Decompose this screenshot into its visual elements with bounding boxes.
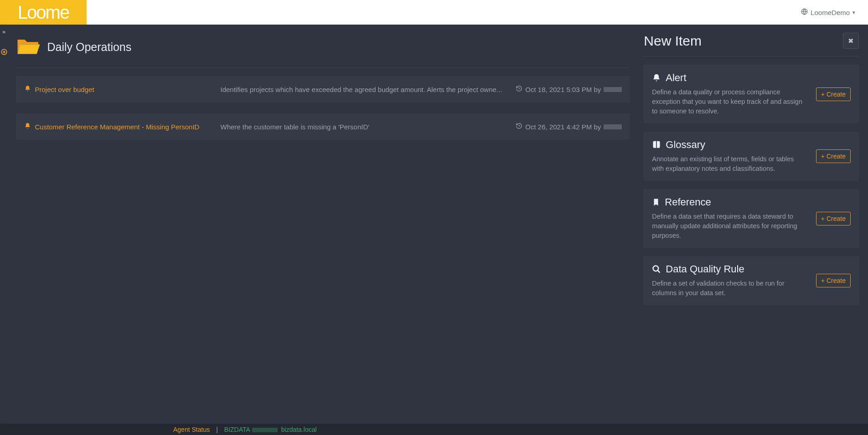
user-label: LoomeDemo <box>811 9 850 16</box>
create-alert-button[interactable]: +Create <box>816 87 851 101</box>
create-reference-button[interactable]: +Create <box>816 212 851 225</box>
panel-heading: New Item <box>644 33 702 49</box>
bell-icon <box>24 123 31 131</box>
list-item[interactable]: Customer Reference Management - Missing … <box>16 113 630 140</box>
main-content: Daily Operations Project over budget Ide… <box>8 25 635 435</box>
search-icon <box>652 265 661 274</box>
page-title: Daily Operations <box>47 41 131 54</box>
expand-icon[interactable]: » <box>2 28 5 35</box>
side-rail: » <box>0 25 8 435</box>
bookmark-icon <box>652 198 660 207</box>
plus-icon: + <box>821 153 825 160</box>
card-reference: Reference Define a data set that require… <box>644 189 859 248</box>
history-icon <box>516 123 522 131</box>
card-data-quality-rule: Data Quality Rule Define a set of valida… <box>644 256 859 305</box>
item-description: Where the customer table is missing a 'P… <box>220 123 516 131</box>
author-redacted <box>604 124 622 129</box>
item-title[interactable]: Project over budget <box>35 86 94 93</box>
list-item[interactable]: Project over budget Identifies projects … <box>16 76 630 102</box>
item-description: Identifies projects which have exceeded … <box>220 86 516 93</box>
plus-icon: + <box>821 277 825 284</box>
create-glossary-button[interactable]: +Create <box>816 149 851 163</box>
card-alert: Alert Define a data quality or process c… <box>644 65 859 123</box>
history-icon <box>516 85 522 93</box>
new-item-panel: New Item ✖ Alert Define a data quality o… <box>635 25 868 435</box>
add-icon[interactable] <box>1 49 7 56</box>
close-icon: ✖ <box>848 37 854 45</box>
item-title[interactable]: Customer Reference Management - Missing … <box>35 123 199 131</box>
bell-icon <box>24 85 31 93</box>
agent-host: BIZDATA bizdata.local <box>224 426 317 433</box>
card-glossary: Glossary Annotate an existing list of te… <box>644 132 859 181</box>
plus-icon: + <box>821 91 825 98</box>
redacted <box>252 428 278 432</box>
plus-icon: + <box>821 215 825 222</box>
item-meta: Oct 18, 2021 5:03 PM by <box>516 85 622 93</box>
caret-down-icon: ▾ <box>852 10 855 15</box>
close-button[interactable]: ✖ <box>843 33 859 49</box>
book-icon <box>652 140 661 149</box>
page-header: Daily Operations <box>16 36 630 68</box>
item-meta: Oct 26, 2021 4:42 PM by <box>516 123 622 131</box>
folder-open-icon <box>16 36 41 58</box>
svg-point-2 <box>653 266 659 271</box>
status-bar: Agent Status | BIZDATA bizdata.local <box>0 424 868 435</box>
globe-icon <box>801 8 808 16</box>
author-redacted <box>604 87 622 92</box>
bell-icon <box>652 73 661 82</box>
logo: Loome <box>0 0 87 25</box>
user-menu[interactable]: LoomeDemo ▾ <box>801 8 855 16</box>
top-bar: Loome LoomeDemo ▾ <box>0 0 868 25</box>
create-dq-rule-button[interactable]: +Create <box>816 274 851 287</box>
agent-status-label: Agent Status <box>173 426 210 433</box>
